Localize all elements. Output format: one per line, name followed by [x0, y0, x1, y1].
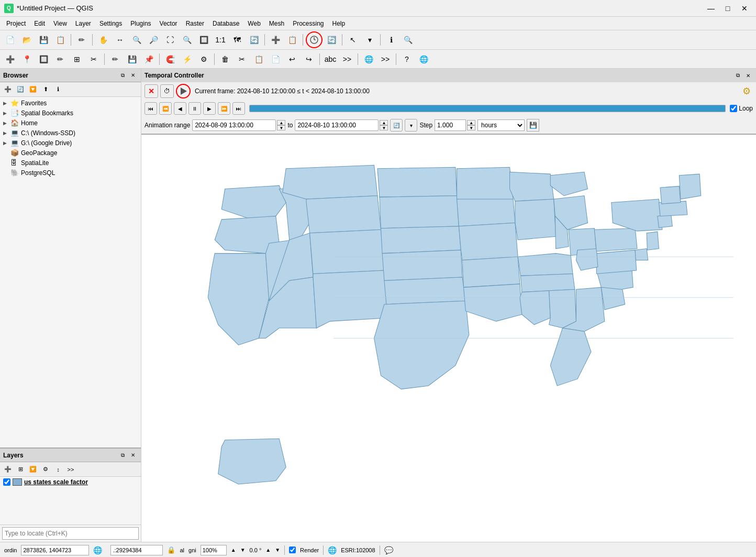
attributes-button[interactable]: 📋	[284, 32, 300, 47]
layers-add2-button[interactable]: ⊞	[15, 464, 26, 475]
select-tool-button[interactable]: ↖	[345, 32, 361, 47]
cut-button[interactable]: ✂	[234, 52, 250, 67]
tc-play-button[interactable]	[176, 84, 191, 99]
tc-from-up-button[interactable]: ▲	[277, 120, 285, 125]
browser-float-button[interactable]: ⧉	[118, 71, 127, 80]
snapping2-button[interactable]: ⚡	[179, 52, 195, 67]
zoom-selection-button[interactable]: 🔍	[179, 32, 195, 47]
layers-filter2-button[interactable]: ⚙	[40, 464, 51, 475]
menu-edit[interactable]: Edit	[30, 19, 49, 28]
tc-unit-select[interactable]: hours milliseconds seconds minutes days …	[477, 119, 525, 131]
identify-button[interactable]: ℹ	[383, 32, 399, 47]
zoom-in-button[interactable]: 🔍	[129, 32, 144, 47]
tree-item-geopackage[interactable]: 📦 GeoPackage	[1, 148, 140, 158]
pan-to-selection-button[interactable]: ↔	[112, 32, 128, 47]
tc-range-dropdown-button[interactable]: ▾	[405, 119, 417, 132]
layers-close-button[interactable]: ✕	[128, 451, 138, 460]
maximize-button[interactable]: □	[720, 3, 735, 14]
tree-item-spatialite[interactable]: 🗄 SpatiaLite	[1, 158, 140, 168]
render-checkbox[interactable]	[289, 547, 296, 553]
tc-settings-button[interactable]: ⏱	[160, 84, 174, 98]
zoom-layer-button[interactable]: 🔲	[196, 32, 212, 47]
browser-collapse-button[interactable]: ⬆	[40, 84, 51, 95]
close-button[interactable]: ✕	[737, 3, 752, 14]
new-project-button[interactable]: 📄	[2, 32, 18, 47]
digitize-button[interactable]: ➕	[2, 52, 18, 67]
animation-button[interactable]: 🔄	[324, 32, 339, 47]
tc-progress-bar[interactable]	[249, 105, 726, 112]
locate-search-input[interactable]	[2, 527, 139, 540]
layers-filter-button[interactable]: 🔽	[27, 464, 39, 475]
menu-database[interactable]: Database	[208, 19, 243, 28]
undo-button[interactable]: ↩	[284, 52, 300, 67]
messages-icon[interactable]: 💬	[384, 546, 393, 554]
tc-next-button[interactable]: ▶	[203, 102, 216, 115]
menu-view[interactable]: View	[49, 19, 71, 28]
zoom-input[interactable]	[201, 545, 227, 555]
edit4-button[interactable]: ✂	[86, 52, 102, 67]
tree-item-bookmarks[interactable]: ▶ 📑 Spatial Bookmarks	[1, 108, 140, 118]
layers-add-button[interactable]: ➕	[2, 464, 14, 475]
tc-close-button[interactable]: ✕	[743, 71, 753, 80]
select-dropdown-button[interactable]: ▾	[362, 32, 377, 47]
globe2-button[interactable]: >>	[377, 52, 393, 67]
zoom-native-button[interactable]: 1:1	[213, 32, 228, 47]
zoom-out-button[interactable]: 🔎	[146, 32, 161, 47]
toggle-edit-button[interactable]: ✏	[107, 52, 123, 67]
copy-button[interactable]: 📋	[251, 52, 266, 67]
tc-loop-checkbox[interactable]	[730, 105, 737, 112]
layer-checkbox[interactable]	[3, 478, 10, 486]
tree-item-google-drive[interactable]: ▶ 💻 G:\ (Google Drive)	[1, 138, 140, 148]
more-btn[interactable]: >>	[339, 52, 355, 67]
tree-item-home[interactable]: ▶ 🏠 Home	[1, 118, 140, 128]
globe-button[interactable]: 🌐	[361, 52, 376, 67]
zoom-spinner-up[interactable]: ▲	[231, 547, 236, 553]
layers-float-button[interactable]: ⧉	[118, 451, 127, 460]
menu-mesh[interactable]: Mesh	[265, 19, 288, 28]
qgis-button[interactable]: 🌐	[416, 52, 431, 67]
digitize2-button[interactable]: 📍	[19, 52, 35, 67]
scale-input[interactable]	[110, 545, 163, 555]
help-button[interactable]: ?	[399, 52, 415, 67]
coordinate-input[interactable]	[21, 545, 89, 555]
menu-project[interactable]: Project	[2, 19, 30, 28]
label-button[interactable]: abc	[323, 52, 338, 67]
zoom-full-button[interactable]: ⛶	[162, 32, 178, 47]
pan-map-button[interactable]: 🗺	[229, 32, 245, 47]
snapping-button[interactable]: 🧲	[162, 52, 178, 67]
tc-save-button[interactable]: 💾	[527, 119, 539, 132]
tc-float-button[interactable]: ⧉	[733, 71, 742, 80]
tree-item-windows-ssd[interactable]: ▶ 💻 C:\ (Windows-SSD)	[1, 128, 140, 138]
tc-step-down-button[interactable]: ▼	[467, 125, 475, 130]
browser-filter-button[interactable]: 🔽	[27, 84, 39, 95]
browser-add-button[interactable]: ➕	[2, 84, 14, 95]
tc-prev-button[interactable]: ◀	[174, 102, 186, 115]
paste-button[interactable]: 📄	[268, 52, 283, 67]
minimize-button[interactable]: —	[704, 3, 718, 14]
tree-item-favorites[interactable]: ▶ ⭐ Favorites	[1, 98, 140, 108]
tc-to-down-button[interactable]: ▼	[380, 125, 388, 130]
map-area[interactable]	[141, 135, 756, 542]
identify-more-button[interactable]: 🔍	[400, 32, 416, 47]
menu-processing[interactable]: Processing	[288, 19, 328, 28]
menu-settings[interactable]: Settings	[95, 19, 126, 28]
tc-gear-button[interactable]: ⚙	[740, 85, 753, 97]
tc-to-date-input[interactable]	[295, 119, 379, 131]
tc-from-down-button[interactable]: ▼	[277, 125, 285, 130]
pan-button[interactable]: ✋	[95, 32, 111, 47]
menu-web[interactable]: Web	[243, 19, 264, 28]
tc-skip-end-button[interactable]: ⏭	[232, 102, 245, 115]
refresh-button[interactable]: 🔄	[246, 32, 262, 47]
snapping3-button[interactable]: ⚙	[196, 52, 212, 67]
save-project-button[interactable]: 💾	[36, 32, 51, 47]
rotation-spinner-down[interactable]: ▼	[275, 547, 280, 553]
rotation-spinner-up[interactable]: ▲	[265, 547, 271, 553]
tc-refresh-range-button[interactable]: 🔄	[390, 119, 403, 132]
crs-value[interactable]: ESRI:102008	[341, 547, 375, 553]
layers-sort-button[interactable]: ↕	[52, 464, 64, 475]
tree-item-postgresql[interactable]: 🐘 PostgreSQL	[1, 168, 140, 178]
add-feature-button[interactable]: 📌	[141, 52, 157, 67]
tc-pause-button[interactable]: ⏸	[188, 102, 201, 115]
tc-skip-start-button[interactable]: ⏮	[144, 102, 157, 115]
node-tool-button[interactable]: 🔲	[36, 52, 51, 67]
